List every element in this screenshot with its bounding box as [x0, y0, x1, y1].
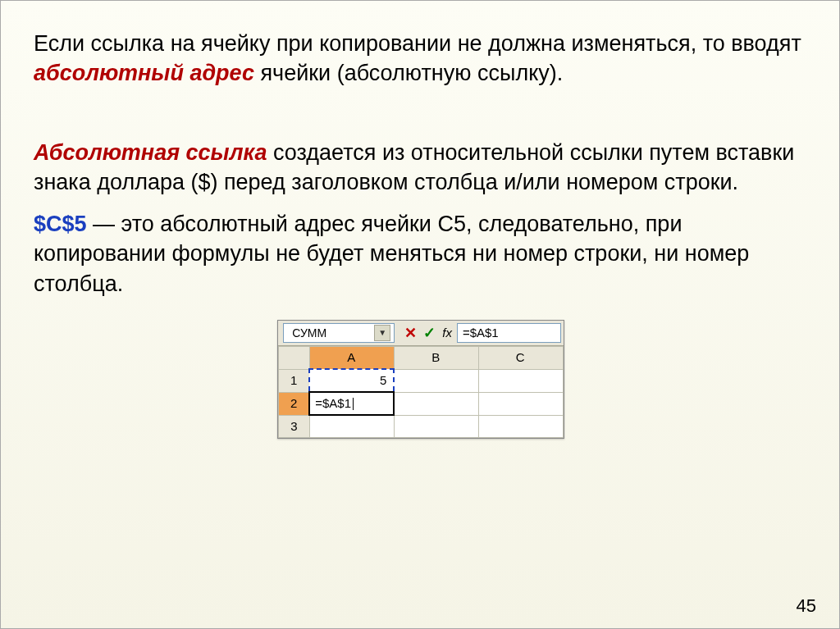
- name-box-text: СУММ: [292, 326, 326, 341]
- cell-c2[interactable]: [478, 392, 563, 415]
- col-header-a[interactable]: A: [309, 347, 394, 370]
- cell-b1[interactable]: [394, 369, 478, 392]
- cell-b3[interactable]: [394, 415, 478, 438]
- p1-emphasis: абсолютный адрес: [34, 61, 254, 85]
- p2-emphasis: Абсолютная ссылка: [34, 140, 267, 165]
- spreadsheet-grid: A B C 1 5 2 =$A$1 3: [278, 346, 564, 438]
- name-box-dropdown-icon[interactable]: ▼: [374, 325, 390, 341]
- col-header-c[interactable]: C: [478, 347, 563, 370]
- page-number: 45: [797, 595, 816, 617]
- select-all-corner[interactable]: [279, 347, 310, 370]
- paragraph-2: Абсолютная ссылка создается из относител…: [34, 138, 808, 198]
- excel-window: СУММ ▼ ✕ ✓ fx =$A$1 A B C: [277, 320, 564, 439]
- fx-icon[interactable]: fx: [442, 325, 452, 341]
- row-header-2[interactable]: 2: [279, 392, 310, 415]
- text-cursor: [353, 398, 354, 410]
- p3-text-1: — это абсолютный адрес ячейки С5, следов…: [34, 212, 749, 296]
- row-header-3[interactable]: 3: [279, 415, 310, 438]
- name-box[interactable]: СУММ ▼: [283, 323, 395, 343]
- cell-a1[interactable]: 5: [309, 369, 394, 392]
- p1-text-1: Если ссылка на ячейку при копировании не…: [34, 31, 801, 56]
- cell-c3[interactable]: [478, 415, 563, 438]
- cell-b2[interactable]: [394, 392, 478, 415]
- paragraph-1: Если ссылка на ячейку при копировании не…: [34, 29, 808, 89]
- paragraph-3: $C$5 — это абсолютный адрес ячейки С5, с…: [34, 209, 808, 299]
- formula-input[interactable]: =$A$1: [457, 323, 561, 343]
- cancel-icon[interactable]: ✕: [404, 323, 417, 343]
- p1-text-2: ячейки (абсолютную ссылку).: [254, 61, 563, 85]
- cell-a2[interactable]: =$A$1: [309, 392, 394, 415]
- p3-emphasis: $C$5: [34, 212, 87, 236]
- formula-bar: СУММ ▼ ✕ ✓ fx =$A$1: [278, 321, 564, 346]
- excel-figure: СУММ ▼ ✕ ✓ fx =$A$1 A B C: [34, 320, 808, 439]
- cell-a2-value: =$A$1: [315, 396, 351, 410]
- enter-icon[interactable]: ✓: [423, 323, 436, 343]
- col-header-b[interactable]: B: [394, 347, 478, 370]
- cell-c1[interactable]: [478, 369, 563, 392]
- cell-a3[interactable]: [309, 415, 394, 438]
- row-header-1[interactable]: 1: [279, 369, 310, 392]
- formula-text: =$A$1: [463, 325, 499, 341]
